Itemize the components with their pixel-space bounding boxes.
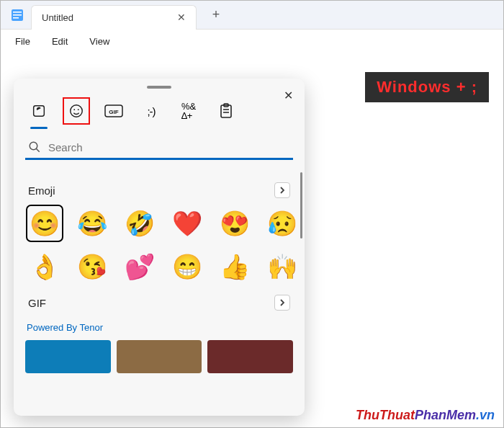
gif-thumb-1[interactable] bbox=[117, 340, 202, 373]
powered-by-tenor[interactable]: Powered By Tenor bbox=[25, 318, 293, 340]
watermark: ThuThuatPhanMem.vn bbox=[356, 408, 495, 423]
close-button[interactable]: ✕ bbox=[281, 86, 296, 105]
chevron-right-icon bbox=[279, 299, 285, 306]
gif-thumb-2[interactable] bbox=[207, 340, 293, 373]
svg-point-6 bbox=[73, 109, 75, 110]
svg-rect-3 bbox=[13, 17, 19, 19]
category-tabs: GIF ;-) %&∆+ bbox=[14, 92, 305, 125]
gif-row bbox=[25, 340, 293, 373]
menubar: File Edit View bbox=[1, 30, 503, 53]
category-clipboard[interactable] bbox=[215, 100, 237, 122]
search-input[interactable] bbox=[48, 141, 290, 153]
kaomoji-icon: ;-) bbox=[147, 105, 155, 117]
category-emoji[interactable] bbox=[66, 100, 87, 122]
hotkey-annotation: Windows + ; bbox=[365, 72, 489, 102]
svg-point-14 bbox=[30, 142, 37, 150]
notepad-window: Untitled ✕ + File Edit View Windows + ; … bbox=[0, 0, 504, 428]
search-icon bbox=[28, 141, 41, 153]
category-gif[interactable]: GIF bbox=[103, 100, 125, 122]
emoji-smiling-face-heart-eyes[interactable]: 😍 bbox=[217, 205, 253, 241]
drag-handle[interactable] bbox=[147, 86, 171, 89]
recent-icon bbox=[31, 103, 47, 119]
category-symbols[interactable]: %&∆+ bbox=[178, 100, 199, 122]
category-kaomoji[interactable]: ;-) bbox=[140, 100, 162, 122]
tab-close-button[interactable]: ✕ bbox=[173, 12, 190, 23]
emoji-sad-but-relieved-face[interactable]: 😥 bbox=[264, 205, 300, 241]
emoji-expand-button[interactable] bbox=[274, 182, 290, 198]
emoji-picker-panel: ✕ GIF ;-) %&∆+ bbox=[14, 79, 305, 416]
category-recent[interactable] bbox=[28, 100, 50, 122]
svg-line-15 bbox=[36, 148, 40, 152]
chevron-right-icon bbox=[279, 187, 285, 194]
scrollbar-thumb[interactable] bbox=[300, 172, 302, 238]
smiley-icon bbox=[68, 103, 84, 119]
menu-edit[interactable]: Edit bbox=[42, 33, 78, 50]
svg-rect-2 bbox=[13, 14, 22, 16]
symbols-icon: %&∆+ bbox=[181, 102, 196, 120]
emoji-ok-hand[interactable]: 👌 bbox=[27, 249, 63, 285]
gif-expand-button[interactable] bbox=[274, 295, 290, 311]
menu-file[interactable]: File bbox=[5, 33, 40, 50]
svg-rect-1 bbox=[13, 12, 22, 13]
gif-section-title: GIF bbox=[28, 297, 46, 309]
emoji-two-hearts[interactable]: 💕 bbox=[122, 249, 158, 285]
gif-section-header: GIF bbox=[25, 285, 293, 318]
emoji-section-title: Emoji bbox=[28, 184, 55, 197]
emoji-raising-hands[interactable]: 🙌 bbox=[264, 249, 300, 285]
emoji-face-blowing-kiss[interactable]: 😘 bbox=[74, 249, 110, 285]
emoji-face-tears-of-joy[interactable]: 😂 bbox=[74, 205, 110, 241]
emoji-thumbs-up[interactable]: 👍 bbox=[217, 249, 253, 285]
emoji-section-header: Emoji bbox=[25, 172, 293, 205]
emoji-red-heart[interactable]: ❤️ bbox=[169, 205, 205, 241]
emoji-rolling-on-floor-laughing[interactable]: 🤣 bbox=[122, 205, 158, 241]
tab-title: Untitled bbox=[42, 12, 173, 23]
document-tab[interactable]: Untitled ✕ bbox=[31, 5, 197, 30]
search-field[interactable] bbox=[25, 136, 293, 160]
emoji-smiling-face-smiling-eyes[interactable]: 😊 bbox=[27, 205, 63, 241]
emoji-grid: 😊😂🤣❤️😍😥👌😘💕😁👍🙌 bbox=[25, 205, 293, 285]
emoji-beaming-face[interactable]: 😁 bbox=[169, 249, 205, 285]
menu-view[interactable]: View bbox=[79, 33, 120, 50]
svg-point-5 bbox=[71, 105, 83, 117]
titlebar: Untitled ✕ + bbox=[1, 1, 503, 30]
gif-thumb-0[interactable] bbox=[25, 340, 111, 373]
gif-icon: GIF bbox=[104, 104, 123, 117]
clipboard-icon bbox=[219, 103, 233, 119]
svg-point-7 bbox=[78, 109, 79, 110]
svg-text:GIF: GIF bbox=[109, 109, 118, 115]
new-tab-button[interactable]: + bbox=[204, 3, 228, 27]
picker-scroll-area[interactable]: Emoji 😊😂🤣❤️😍😥👌😘💕😁👍🙌 GIF Powered By Tenor bbox=[14, 172, 305, 416]
notepad-app-icon bbox=[11, 9, 24, 22]
